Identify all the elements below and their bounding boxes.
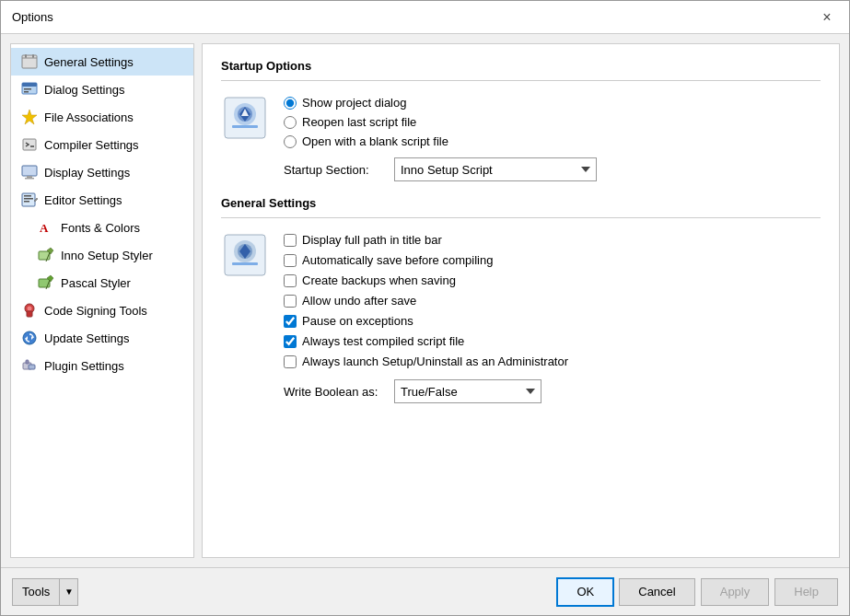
svg-rect-32 [232, 125, 258, 128]
update-icon [20, 329, 39, 347]
svg-text:A: A [40, 221, 49, 235]
radio-open-blank-input[interactable] [284, 135, 297, 148]
startup-options-title: Startup Options [221, 59, 821, 73]
svg-marker-8 [22, 110, 37, 124]
svg-rect-12 [27, 176, 32, 178]
checkbox-display-full-path-input[interactable] [284, 234, 297, 247]
checkbox-display-full-path-label: Display full path in title bar [302, 233, 442, 247]
general-divider [221, 217, 821, 218]
ok-button[interactable]: OK [557, 578, 613, 606]
sidebar-item-plugin-settings[interactable]: Plugin Settings [11, 352, 193, 379]
radio-reopen-last-input[interactable] [284, 116, 297, 129]
write-boolean-row: Write Boolean as: True/False 1/0 Yes/No [221, 379, 821, 403]
sidebar-item-code-signing[interactable]: Code Signing Tools [11, 296, 193, 324]
sidebar-item-label: Editor Settings [44, 193, 122, 207]
editor-icon [20, 191, 39, 209]
radio-show-project-input[interactable] [284, 97, 297, 110]
tools-dropdown-arrow[interactable]: ▼ [60, 578, 78, 606]
sidebar-item-label: Update Settings [44, 331, 130, 345]
tools-label: Tools [22, 585, 50, 599]
write-boolean-select[interactable]: True/False 1/0 Yes/No [394, 379, 541, 403]
startup-section-label: Startup Section: [284, 163, 385, 177]
write-boolean-label: Write Boolean as: [284, 385, 385, 399]
help-button[interactable]: Help [774, 578, 838, 606]
checkbox-create-backups[interactable]: Create backups when saving [284, 273, 568, 287]
pascal-icon [37, 273, 55, 292]
general-settings-section: General Settings [221, 196, 821, 403]
startup-section-row: Startup Section: Inno Setup Script Setup… [221, 157, 821, 181]
sidebar-item-label: Dialog Settings [44, 83, 124, 97]
sidebar-item-label: Display Settings [44, 166, 130, 180]
checkbox-pause-exceptions-input[interactable] [284, 315, 297, 328]
startup-options-section: Startup Options [221, 59, 821, 181]
sidebar-item-inno-setup-styler[interactable]: Inno Setup Styler [11, 241, 193, 269]
checkbox-group: Display full path in title bar Automatic… [284, 231, 568, 368]
checkbox-auto-save[interactable]: Automatically save before compiling [284, 253, 568, 267]
sidebar-item-label: Fonts & Colors [61, 221, 140, 235]
svg-rect-5 [22, 83, 37, 87]
startup-divider [221, 80, 821, 81]
radio-reopen-last-label: Reopen last script file [302, 115, 416, 129]
checkbox-always-test-input[interactable] [284, 335, 297, 348]
checkbox-allow-undo-input[interactable] [284, 295, 297, 308]
sidebar-item-update-settings[interactable]: Update Settings [11, 324, 193, 352]
checkbox-auto-save-label: Automatically save before compiling [302, 253, 493, 267]
bottom-bar: Tools ▼ OK Cancel Apply Help [1, 567, 849, 615]
svg-rect-6 [24, 88, 31, 90]
checkbox-always-launch[interactable]: Always launch Setup/Uninstall as an Admi… [284, 354, 568, 368]
startup-section-select[interactable]: Inno Setup Script Setup Files Icons Run [394, 157, 597, 181]
checkbox-allow-undo[interactable]: Allow undo after save [284, 294, 568, 308]
sidebar-item-label: Pascal Styler [61, 276, 131, 290]
sidebar-item-fonts-colors[interactable]: A Fonts & Colors [11, 214, 193, 241]
tools-arrow-icon: ▼ [64, 587, 74, 597]
svg-rect-38 [232, 262, 258, 265]
checkbox-always-test-label: Always test compiled script file [302, 334, 464, 348]
general-app-logo [221, 231, 269, 279]
apply-button[interactable]: Apply [701, 578, 770, 606]
sidebar-item-general-settings[interactable]: General Settings [11, 48, 193, 76]
tools-button[interactable]: Tools [12, 578, 60, 606]
svg-rect-7 [24, 91, 29, 93]
sidebar-item-dialog-settings[interactable]: Dialog Settings [11, 76, 193, 103]
checkbox-create-backups-input[interactable] [284, 274, 297, 287]
bottom-right: OK Cancel Apply Help [557, 578, 838, 606]
sidebar-item-compiler-settings[interactable]: Compiler Settings [11, 131, 193, 158]
checkbox-auto-save-input[interactable] [284, 254, 297, 267]
checkbox-pause-exceptions[interactable]: Pause on exceptions [284, 314, 568, 328]
svg-point-24 [23, 331, 36, 344]
checkbox-always-launch-input[interactable] [284, 355, 297, 368]
signing-icon [20, 301, 39, 320]
dialog-content: General Settings Dialog Settings [1, 34, 849, 567]
sidebar-item-file-associations[interactable]: File Associations [11, 103, 193, 131]
svg-rect-15 [24, 195, 31, 197]
close-button[interactable]: × [816, 6, 838, 29]
checkbox-create-backups-label: Create backups when saving [302, 273, 456, 287]
svg-rect-3 [32, 54, 34, 58]
sidebar-item-label: File Associations [44, 110, 134, 124]
sidebar-item-editor-settings[interactable]: Editor Settings [11, 186, 193, 214]
radio-show-project[interactable]: Show project dialog [284, 96, 448, 110]
svg-rect-26 [29, 365, 35, 369]
font-icon: A [37, 218, 55, 237]
dialog-icon [20, 80, 39, 99]
app-logo [221, 94, 269, 142]
bottom-left: Tools ▼ [12, 578, 78, 606]
svg-rect-16 [24, 198, 33, 200]
settings-icon [20, 52, 39, 71]
sidebar-item-display-settings[interactable]: Display Settings [11, 158, 193, 186]
sidebar-item-label: General Settings [44, 55, 134, 69]
styler-icon [37, 246, 55, 264]
svg-rect-11 [22, 166, 37, 176]
options-dialog: Options × General Settings [0, 0, 850, 616]
svg-rect-0 [22, 55, 37, 68]
radio-reopen-last[interactable]: Reopen last script file [284, 115, 448, 129]
cancel-button[interactable]: Cancel [619, 578, 694, 606]
sidebar-item-pascal-styler[interactable]: Pascal Styler [11, 269, 193, 296]
svg-rect-17 [24, 201, 29, 203]
general-settings-title: General Settings [221, 196, 821, 210]
checkbox-display-full-path[interactable]: Display full path in title bar [284, 233, 568, 247]
radio-open-blank[interactable]: Open with a blank script file [284, 134, 448, 148]
checkbox-always-test[interactable]: Always test compiled script file [284, 334, 568, 348]
dialog-title: Options [12, 10, 53, 24]
compiler-icon [20, 135, 39, 154]
